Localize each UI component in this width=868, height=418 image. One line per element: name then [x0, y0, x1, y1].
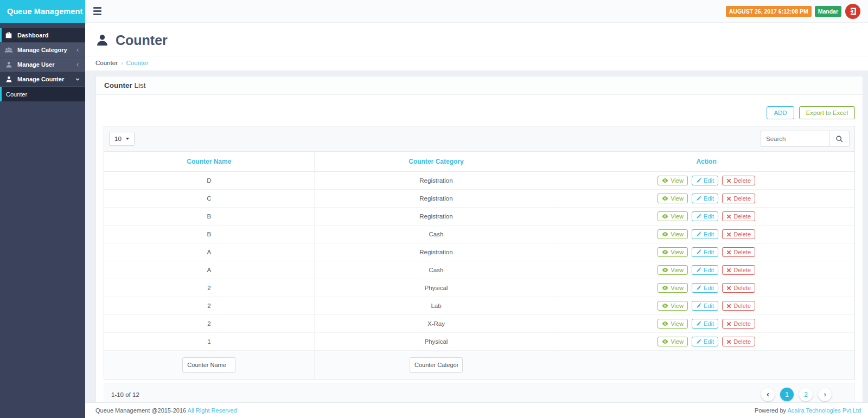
delete-x-button[interactable]: Delete — [722, 176, 755, 185]
previous-page-button[interactable]: ‹ — [761, 388, 775, 401]
page-size-select[interactable]: 10 — [109, 132, 135, 146]
edit-button[interactable]: Edit — [692, 211, 718, 221]
eye-icon — [662, 231, 668, 237]
pencil-icon — [696, 303, 701, 308]
sidebar-item-label: Manage Category — [17, 47, 67, 53]
footer-left: Queue Management @2015-2016 All Right Re… — [95, 407, 237, 414]
view-button[interactable]: View — [658, 211, 688, 221]
chevron-down-icon — [75, 76, 80, 82]
counter-name-filter-input[interactable] — [182, 357, 235, 372]
edit-button[interactable]: Edit — [692, 337, 718, 346]
edit-button[interactable]: Edit — [692, 229, 718, 239]
actions-cell: View Edit Delete — [558, 190, 854, 208]
view-button[interactable]: View — [658, 247, 688, 257]
column-action: Action — [558, 152, 854, 172]
x-icon — [726, 232, 731, 237]
table-row: D Registration View Edit Delete — [104, 172, 854, 190]
page-button-1[interactable]: 1 — [780, 388, 794, 401]
actions-cell: View Edit Delete — [558, 333, 854, 351]
sidebar-item-label: Manage Counter — [17, 76, 64, 82]
hamburger-menu-icon[interactable] — [93, 7, 101, 15]
eye-icon — [662, 285, 668, 291]
actions-cell: View Edit Delete — [558, 279, 854, 297]
sidebar-item-manage-user[interactable]: Manage User — [0, 57, 85, 72]
export-to-excel-button[interactable]: Export to Excel — [799, 106, 855, 119]
next-page-button[interactable]: › — [818, 388, 832, 401]
user-badge[interactable]: Mandar — [815, 6, 841, 17]
sidebar-item-manage-counter[interactable]: Manage Counter — [0, 72, 85, 87]
sidebar-subitem-counter[interactable]: Counter — [0, 87, 85, 101]
delete-x-button[interactable]: Delete — [722, 337, 755, 346]
counter-name-cell: 2 — [104, 279, 314, 297]
pencil-icon — [696, 249, 701, 255]
delete-x-button[interactable]: Delete — [722, 211, 755, 221]
edit-button[interactable]: Edit — [692, 247, 718, 257]
counter-name-cell: 1 — [104, 333, 314, 351]
view-button[interactable]: View — [658, 319, 688, 329]
eye-icon — [662, 196, 668, 201]
delete-x-button[interactable]: Delete — [722, 283, 755, 293]
rights-link[interactable]: All Right Reserved — [188, 407, 237, 414]
delete-x-button[interactable]: Delete — [722, 229, 755, 239]
view-button[interactable]: View — [658, 301, 688, 311]
view-button[interactable]: View — [658, 176, 688, 185]
counter-name-cell: A — [104, 243, 314, 261]
delete-x-button[interactable]: Delete — [722, 319, 755, 329]
counter-category-cell: Lab — [314, 297, 558, 315]
counter-name-cell: 2 — [104, 315, 314, 333]
x-icon — [726, 178, 731, 183]
breadcrumb-separator: › — [121, 60, 123, 66]
actions-cell: View Edit Delete — [558, 243, 854, 261]
edit-button[interactable]: Edit — [692, 265, 718, 275]
users-group-icon — [0, 47, 17, 54]
sidebar-item-manage-category[interactable]: Manage Category — [0, 43, 85, 57]
search-button[interactable] — [829, 131, 850, 147]
counter-category-filter-input[interactable] — [410, 357, 463, 372]
add-button[interactable]: ADD — [767, 106, 794, 119]
edit-button[interactable]: Edit — [692, 319, 718, 329]
delete-x-button[interactable]: Delete — [722, 194, 755, 203]
sidebar-item-dashboard[interactable]: Dashboard — [0, 28, 85, 43]
table-header-row: Counter Name Counter Category Action — [104, 152, 854, 172]
edit-button[interactable]: Edit — [692, 283, 718, 293]
footer-right: Powered by Acaira Technologies Pvt Ltd — [755, 407, 861, 414]
user-icon — [0, 61, 17, 68]
table-row: A Registration View Edit Delete — [104, 243, 854, 261]
actions-cell: View Edit Delete — [558, 226, 854, 243]
pagination-bar: 1-10 of 12 ‹ 1 2 › — [104, 383, 855, 402]
pencil-icon — [696, 339, 701, 344]
edit-button[interactable]: Edit — [692, 194, 718, 203]
briefcase-icon — [0, 31, 17, 39]
view-button[interactable]: View — [658, 229, 688, 239]
pencil-icon — [696, 267, 701, 273]
edit-button[interactable]: Edit — [692, 176, 718, 185]
delete-x-button[interactable]: Delete — [722, 301, 755, 311]
logout-icon[interactable] — [845, 3, 861, 20]
column-counter-name[interactable]: Counter Name — [104, 152, 314, 172]
column-counter-category[interactable]: Counter Category — [314, 152, 558, 172]
table-body: D Registration View Edit Delete C Regist… — [104, 172, 854, 351]
eye-icon — [662, 249, 668, 255]
counter-category-cell: Physical — [314, 279, 558, 297]
view-button[interactable]: View — [658, 194, 688, 203]
company-link[interactable]: Acaira Technologies Pvt Ltd — [787, 407, 861, 414]
counter-category-cell: Cash — [314, 261, 558, 279]
page-button-2[interactable]: 2 — [799, 388, 813, 401]
view-button[interactable]: View — [658, 283, 688, 293]
search-input[interactable] — [761, 131, 829, 147]
delete-x-button[interactable]: Delete — [722, 247, 755, 257]
eye-icon — [662, 339, 668, 344]
view-button[interactable]: View — [658, 337, 688, 346]
actions-cell: View Edit Delete — [558, 297, 854, 315]
x-icon — [726, 268, 731, 273]
breadcrumb-parent[interactable]: Counter — [95, 60, 118, 66]
table-row: 2 X-Ray View Edit Delete — [104, 315, 854, 333]
edit-button[interactable]: Edit — [692, 301, 718, 311]
breadcrumb-current[interactable]: Counter — [126, 60, 149, 66]
counter-category-cell: Registration — [314, 243, 558, 261]
pencil-icon — [696, 321, 701, 326]
view-button[interactable]: View — [658, 265, 688, 275]
delete-x-button[interactable]: Delete — [722, 265, 755, 275]
pencil-icon — [696, 214, 701, 219]
pencil-icon — [696, 285, 701, 291]
